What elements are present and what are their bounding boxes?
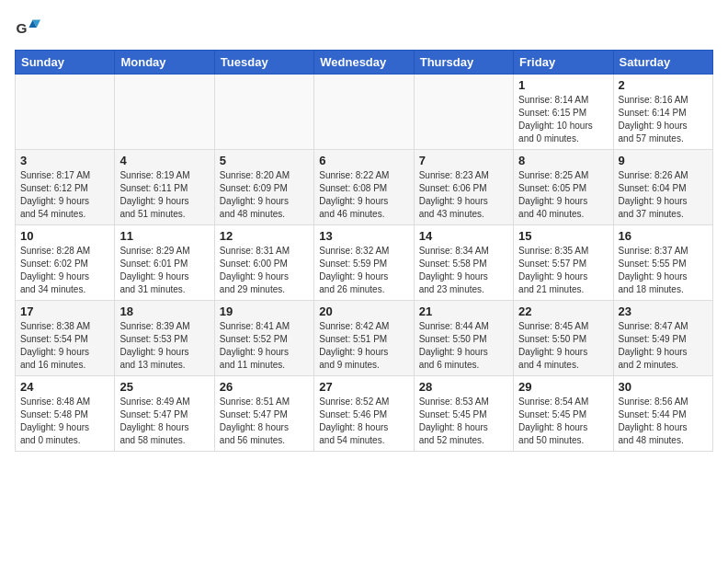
day-info: Sunrise: 8:28 AMSunset: 6:02 PMDaylight:… [20, 245, 109, 296]
day-info: Sunrise: 8:29 AMSunset: 6:01 PMDaylight:… [119, 245, 209, 296]
calendar-cell: 7Sunrise: 8:23 AMSunset: 6:06 PMDaylight… [414, 150, 513, 225]
calendar-table: SundayMondayTuesdayWednesdayThursdayFrid… [15, 50, 713, 452]
day-number: 8 [518, 154, 608, 167]
calendar-cell: 15Sunrise: 8:35 AMSunset: 5:57 PMDayligh… [514, 225, 613, 301]
day-info: Sunrise: 8:42 AMSunset: 5:51 PMDaylight:… [319, 320, 408, 372]
calendar-cell: 4Sunrise: 8:19 AMSunset: 6:11 PMDaylight… [115, 150, 214, 225]
calendar-cell: 18Sunrise: 8:39 AMSunset: 5:53 PMDayligh… [115, 301, 214, 376]
calendar-cell: 27Sunrise: 8:52 AMSunset: 5:46 PMDayligh… [314, 376, 414, 452]
calendar-cell: 14Sunrise: 8:34 AMSunset: 5:58 PMDayligh… [414, 225, 513, 301]
calendar-cell: 23Sunrise: 8:47 AMSunset: 5:49 PMDayligh… [613, 301, 712, 376]
day-number: 19 [220, 304, 309, 318]
weekday-header-monday: Monday [115, 51, 214, 75]
calendar-cell [214, 75, 313, 150]
day-number: 20 [319, 304, 408, 318]
logo-icon: G [15, 15, 40, 40]
day-number: 5 [220, 154, 309, 167]
day-number: 18 [119, 304, 209, 318]
weekday-header-tuesday: Tuesday [214, 51, 313, 75]
page-header: G [15, 15, 713, 40]
day-info: Sunrise: 8:48 AMSunset: 5:48 PMDaylight:… [20, 396, 109, 447]
day-number: 30 [619, 380, 708, 394]
day-info: Sunrise: 8:34 AMSunset: 5:58 PMDaylight:… [419, 245, 508, 296]
calendar-week-2: 3Sunrise: 8:17 AMSunset: 6:12 PMDaylight… [16, 150, 713, 225]
day-number: 13 [319, 229, 408, 243]
day-number: 25 [119, 380, 209, 394]
calendar-cell [414, 75, 513, 150]
calendar-cell: 6Sunrise: 8:22 AMSunset: 6:08 PMDaylight… [314, 150, 414, 225]
day-info: Sunrise: 8:41 AMSunset: 5:52 PMDaylight:… [220, 320, 309, 372]
day-number: 23 [619, 304, 708, 318]
day-info: Sunrise: 8:31 AMSunset: 6:00 PMDaylight:… [220, 245, 309, 296]
day-info: Sunrise: 8:53 AMSunset: 5:45 PMDaylight:… [419, 396, 508, 447]
day-number: 22 [518, 304, 608, 318]
calendar-cell: 5Sunrise: 8:20 AMSunset: 6:09 PMDaylight… [214, 150, 313, 225]
day-info: Sunrise: 8:17 AMSunset: 6:12 PMDaylight:… [20, 169, 109, 221]
weekday-header-wednesday: Wednesday [314, 51, 414, 75]
day-number: 21 [419, 304, 508, 318]
day-number: 26 [220, 380, 309, 394]
calendar-cell: 17Sunrise: 8:38 AMSunset: 5:54 PMDayligh… [16, 301, 115, 376]
day-number: 16 [619, 229, 708, 243]
day-number: 1 [518, 78, 608, 92]
weekday-header-thursday: Thursday [414, 51, 513, 75]
day-number: 11 [119, 229, 209, 243]
calendar-cell: 24Sunrise: 8:48 AMSunset: 5:48 PMDayligh… [16, 376, 115, 452]
calendar-cell: 21Sunrise: 8:44 AMSunset: 5:50 PMDayligh… [414, 301, 513, 376]
day-number: 2 [619, 78, 708, 92]
day-number: 6 [319, 154, 408, 167]
day-info: Sunrise: 8:44 AMSunset: 5:50 PMDaylight:… [419, 320, 508, 372]
calendar-cell: 9Sunrise: 8:26 AMSunset: 6:04 PMDaylight… [613, 150, 712, 225]
calendar-cell: 10Sunrise: 8:28 AMSunset: 6:02 PMDayligh… [16, 225, 115, 301]
calendar-cell: 12Sunrise: 8:31 AMSunset: 6:00 PMDayligh… [214, 225, 313, 301]
day-number: 3 [20, 154, 109, 167]
calendar-cell: 2Sunrise: 8:16 AMSunset: 6:14 PMDaylight… [613, 75, 712, 150]
calendar-week-3: 10Sunrise: 8:28 AMSunset: 6:02 PMDayligh… [16, 225, 713, 301]
calendar-cell [314, 75, 414, 150]
calendar-week-4: 17Sunrise: 8:38 AMSunset: 5:54 PMDayligh… [16, 301, 713, 376]
day-info: Sunrise: 8:52 AMSunset: 5:46 PMDaylight:… [319, 396, 408, 447]
weekday-header-sunday: Sunday [16, 51, 115, 75]
day-number: 17 [20, 304, 109, 318]
calendar-cell: 11Sunrise: 8:29 AMSunset: 6:01 PMDayligh… [115, 225, 214, 301]
day-info: Sunrise: 8:51 AMSunset: 5:47 PMDaylight:… [220, 396, 309, 447]
calendar-week-1: 1Sunrise: 8:14 AMSunset: 6:15 PMDaylight… [16, 75, 713, 150]
calendar-cell: 8Sunrise: 8:25 AMSunset: 6:05 PMDaylight… [514, 150, 613, 225]
calendar-cell: 22Sunrise: 8:45 AMSunset: 5:50 PMDayligh… [514, 301, 613, 376]
day-number: 27 [319, 380, 408, 394]
weekday-header-friday: Friday [514, 51, 613, 75]
day-info: Sunrise: 8:22 AMSunset: 6:08 PMDaylight:… [319, 169, 408, 221]
day-number: 28 [419, 380, 508, 394]
day-info: Sunrise: 8:39 AMSunset: 5:53 PMDaylight:… [119, 320, 209, 372]
calendar-cell: 25Sunrise: 8:49 AMSunset: 5:47 PMDayligh… [115, 376, 214, 452]
calendar-cell: 3Sunrise: 8:17 AMSunset: 6:12 PMDaylight… [16, 150, 115, 225]
day-info: Sunrise: 8:45 AMSunset: 5:50 PMDaylight:… [518, 320, 608, 372]
weekday-header-saturday: Saturday [613, 51, 712, 75]
day-number: 12 [220, 229, 309, 243]
day-info: Sunrise: 8:25 AMSunset: 6:05 PMDaylight:… [518, 169, 608, 221]
calendar-cell: 28Sunrise: 8:53 AMSunset: 5:45 PMDayligh… [414, 376, 513, 452]
day-number: 29 [518, 380, 608, 394]
calendar-week-5: 24Sunrise: 8:48 AMSunset: 5:48 PMDayligh… [16, 376, 713, 452]
day-number: 15 [518, 229, 608, 243]
calendar-cell: 16Sunrise: 8:37 AMSunset: 5:55 PMDayligh… [613, 225, 712, 301]
calendar-header-row: SundayMondayTuesdayWednesdayThursdayFrid… [16, 51, 713, 75]
day-info: Sunrise: 8:32 AMSunset: 5:59 PMDaylight:… [319, 245, 408, 296]
day-info: Sunrise: 8:47 AMSunset: 5:49 PMDaylight:… [619, 320, 708, 372]
day-number: 10 [20, 229, 109, 243]
day-number: 9 [619, 154, 708, 167]
calendar-cell: 30Sunrise: 8:56 AMSunset: 5:44 PMDayligh… [613, 376, 712, 452]
calendar-cell: 1Sunrise: 8:14 AMSunset: 6:15 PMDaylight… [514, 75, 613, 150]
calendar-cell [16, 75, 115, 150]
day-info: Sunrise: 8:26 AMSunset: 6:04 PMDaylight:… [619, 169, 708, 221]
day-number: 24 [20, 380, 109, 394]
day-info: Sunrise: 8:20 AMSunset: 6:09 PMDaylight:… [220, 169, 309, 221]
calendar-cell: 19Sunrise: 8:41 AMSunset: 5:52 PMDayligh… [214, 301, 313, 376]
logo: G [15, 15, 44, 40]
day-number: 7 [419, 154, 508, 167]
day-info: Sunrise: 8:38 AMSunset: 5:54 PMDaylight:… [20, 320, 109, 372]
calendar-cell: 26Sunrise: 8:51 AMSunset: 5:47 PMDayligh… [214, 376, 313, 452]
day-number: 4 [119, 154, 209, 167]
day-info: Sunrise: 8:37 AMSunset: 5:55 PMDaylight:… [619, 245, 708, 296]
day-info: Sunrise: 8:35 AMSunset: 5:57 PMDaylight:… [518, 245, 608, 296]
